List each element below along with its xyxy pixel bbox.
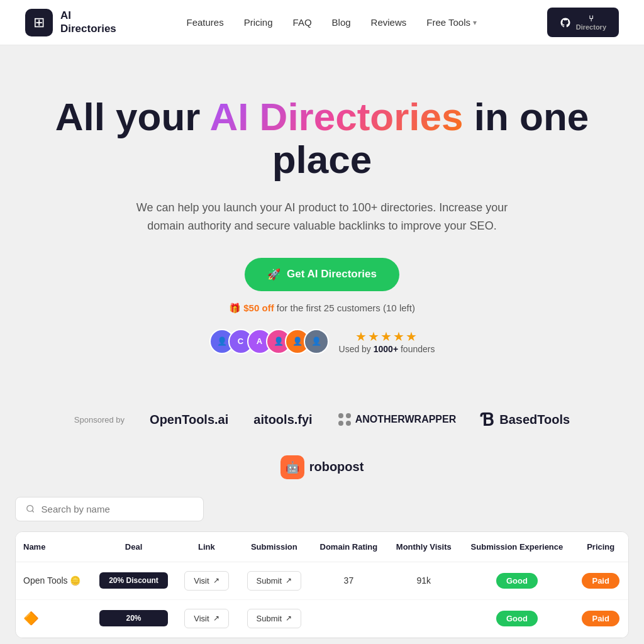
nav-features[interactable]: Features bbox=[186, 17, 223, 28]
good-badge: Good bbox=[496, 611, 538, 626]
visit-button[interactable]: Visit ↗ bbox=[184, 571, 228, 591]
nav-actions: ⑂ Directory bbox=[547, 8, 619, 37]
cta-button[interactable]: 🚀 Get AI Directories bbox=[245, 258, 399, 291]
col-experience: Submission Experience bbox=[460, 532, 573, 562]
cell-pricing: Paid bbox=[573, 599, 628, 637]
cell-experience: Good bbox=[460, 599, 573, 637]
external-link-icon: ↗ bbox=[213, 614, 219, 623]
svg-point-0 bbox=[27, 506, 33, 512]
nav-blog[interactable]: Blog bbox=[332, 17, 351, 28]
search-input[interactable] bbox=[42, 504, 193, 514]
sponsor-opentools: OpenTools.ai bbox=[150, 413, 228, 427]
sponsor-aitools: aitools.fyi bbox=[253, 413, 312, 427]
discount-note: 🎁 $50 off for the first 25 customers (10… bbox=[25, 303, 619, 314]
social-proof: 👤 C A 👤 👤 👤 ★★★★★ Used by 1000+ founders bbox=[25, 329, 619, 354]
directory-table: Name Deal Link Submission Domain Rating … bbox=[15, 531, 629, 638]
free-tools-button[interactable]: Free Tools ▾ bbox=[426, 17, 477, 28]
github-button[interactable]: ⑂ Directory bbox=[547, 8, 619, 37]
cell-submission[interactable]: Submit ↗ bbox=[238, 562, 311, 599]
sponsor-basedtools: Ɓ BasedTools bbox=[481, 409, 570, 430]
col-deal: Deal bbox=[92, 532, 175, 562]
paid-badge: Paid bbox=[582, 573, 619, 589]
paid-badge: Paid bbox=[582, 611, 619, 626]
cell-experience: Good bbox=[460, 562, 573, 599]
rating-area: ★★★★★ Used by 1000+ founders bbox=[339, 329, 435, 354]
svg-line-1 bbox=[32, 511, 34, 513]
cell-name: 🔶 bbox=[16, 599, 92, 637]
table-row: 🔶 20% Visit ↗ bbox=[16, 599, 628, 637]
cell-monthly-visits: 91k bbox=[387, 562, 460, 599]
good-badge: Good bbox=[496, 573, 538, 589]
external-link-icon: ↗ bbox=[286, 614, 292, 623]
navbar: ⊞ AI Directories Features Pricing FAQ Bl… bbox=[0, 0, 644, 45]
cell-domain-rating bbox=[311, 599, 387, 637]
nav-faq[interactable]: FAQ bbox=[293, 17, 312, 28]
search-bar[interactable] bbox=[15, 497, 204, 521]
col-domain-rating: Domain Rating bbox=[311, 532, 387, 562]
avatar-group: 👤 C A 👤 👤 👤 bbox=[209, 329, 329, 354]
table-row: Open Tools 🪙 20% Discount Visit ↗ bbox=[16, 562, 628, 599]
chevron-down-icon: ▾ bbox=[473, 18, 477, 27]
sponsor-robopost: 🤖 robopost bbox=[280, 455, 364, 479]
sponsors-bar: Sponsored by OpenTools.ai aitools.fyi AN… bbox=[0, 392, 644, 497]
cell-name: Open Tools 🪙 bbox=[16, 562, 92, 599]
logo-icon: ⊞ bbox=[25, 9, 53, 36]
col-name: Name bbox=[16, 532, 92, 562]
submit-button[interactable]: Submit ↗ bbox=[247, 609, 301, 628]
col-pricing: Pricing bbox=[573, 532, 628, 562]
sponsor-anotherwrapper: ANOTHERWRAPPER bbox=[338, 413, 457, 426]
deal-badge: 20% bbox=[99, 610, 168, 626]
name-icon: 🔶 bbox=[23, 611, 39, 625]
cell-link[interactable]: Visit ↗ bbox=[175, 562, 238, 599]
nav-reviews[interactable]: Reviews bbox=[371, 17, 407, 28]
rocket-icon: 🚀 bbox=[267, 268, 280, 281]
submit-button[interactable]: Submit ↗ bbox=[247, 571, 301, 591]
col-link: Link bbox=[175, 532, 238, 562]
github-icon bbox=[560, 17, 571, 28]
cell-monthly-visits bbox=[387, 599, 460, 637]
cell-submission[interactable]: Submit ↗ bbox=[238, 599, 311, 637]
used-by-text: Used by 1000+ founders bbox=[339, 344, 435, 354]
nav-brand-area: ⊞ AI Directories bbox=[25, 9, 116, 36]
cell-deal: 20% bbox=[92, 599, 175, 637]
cell-link[interactable]: Visit ↗ bbox=[175, 599, 238, 637]
external-link-icon: ↗ bbox=[213, 576, 219, 585]
cell-deal: 20% Discount bbox=[92, 562, 175, 599]
nav-links: Features Pricing FAQ Blog Reviews Free T… bbox=[186, 17, 477, 28]
nav-pricing[interactable]: Pricing bbox=[244, 17, 273, 28]
brand-name: AI Directories bbox=[60, 9, 116, 35]
robopost-icon: 🤖 bbox=[280, 455, 304, 479]
col-submission: Submission bbox=[238, 532, 311, 562]
hero-section: All your AI Directories in one place We … bbox=[0, 45, 644, 392]
table-header-row: Name Deal Link Submission Domain Rating … bbox=[16, 532, 628, 562]
external-link-icon: ↗ bbox=[286, 576, 292, 585]
hero-headline: All your AI Directories in one place bbox=[25, 96, 619, 181]
hero-description: We can help you launch your AI product t… bbox=[133, 199, 511, 235]
visit-button[interactable]: Visit ↗ bbox=[184, 609, 228, 628]
search-icon bbox=[26, 504, 35, 514]
deal-badge: 20% Discount bbox=[99, 572, 168, 589]
avatar: 👤 bbox=[304, 329, 329, 354]
col-monthly-visits: Monthly Visits bbox=[387, 532, 460, 562]
cell-domain-rating: 37 bbox=[311, 562, 387, 599]
cell-pricing: Paid bbox=[573, 562, 628, 599]
directory-section: Name Deal Link Submission Domain Rating … bbox=[0, 497, 644, 644]
